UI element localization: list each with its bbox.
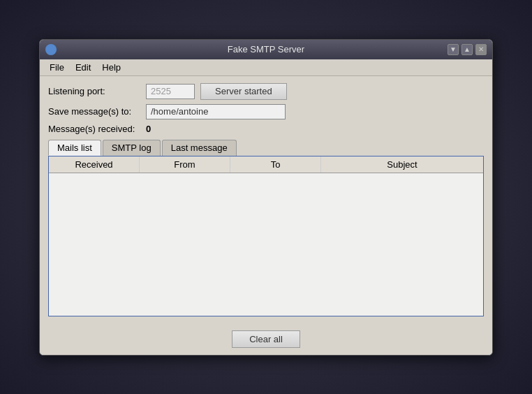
table-body — [49, 173, 483, 313]
save-messages-label: Save message(s) to: — [48, 106, 146, 117]
save-messages-input[interactable] — [146, 104, 286, 119]
desktop: Fake SMTP Server ▼ ▲ ✕ File Edit Help — [0, 0, 532, 394]
column-to: To — [230, 156, 321, 173]
column-subject: Subject — [321, 156, 483, 173]
tab-last-message[interactable]: Last message — [162, 140, 237, 156]
menu-file[interactable]: File — [45, 61, 68, 74]
save-messages-row: Save message(s) to: — [48, 104, 484, 119]
tab-smtp-log[interactable]: SMTP log — [103, 140, 161, 156]
maximize-button[interactable]: ▲ — [461, 44, 473, 55]
application-window: Fake SMTP Server ▼ ▲ ✕ File Edit Help — [39, 39, 493, 356]
messages-received-value: 0 — [146, 124, 151, 134]
window-controls: ▼ ▲ ✕ — [448, 44, 487, 55]
menu-help[interactable]: Help — [98, 61, 125, 74]
tab-mails-list[interactable]: Mails list — [48, 140, 101, 156]
listening-port-row: Listening port: Server started — [48, 83, 484, 100]
menu-edit[interactable]: Edit — [71, 61, 95, 74]
messages-received-row: Message(s) received: 0 — [48, 124, 484, 134]
mails-table: Received From To Subject — [48, 156, 484, 316]
tabs: Mails list SMTP log Last message — [48, 140, 484, 156]
table-header: Received From To Subject — [49, 156, 483, 173]
menubar: File Edit Help — [40, 59, 492, 76]
tabs-container: Mails list SMTP log Last message Receive… — [48, 140, 484, 316]
bottom-bar: Clear all — [40, 323, 492, 355]
window-title: Fake SMTP Server — [228, 44, 304, 54]
close-button[interactable]: ✕ — [475, 44, 487, 55]
messages-received-label: Message(s) received: — [48, 124, 146, 134]
server-started-button[interactable]: Server started — [200, 83, 287, 100]
minimize-button[interactable]: ▼ — [448, 44, 459, 55]
app-icon — [45, 44, 57, 55]
column-from: From — [140, 156, 230, 173]
content-area: Listening port: Server started Save mess… — [40, 76, 492, 323]
clear-all-button[interactable]: Clear all — [232, 330, 300, 348]
listening-port-label: Listening port: — [48, 86, 146, 96]
column-received: Received — [49, 156, 140, 173]
listening-port-input[interactable] — [146, 84, 195, 99]
titlebar: Fake SMTP Server ▼ ▲ ✕ — [40, 40, 492, 59]
